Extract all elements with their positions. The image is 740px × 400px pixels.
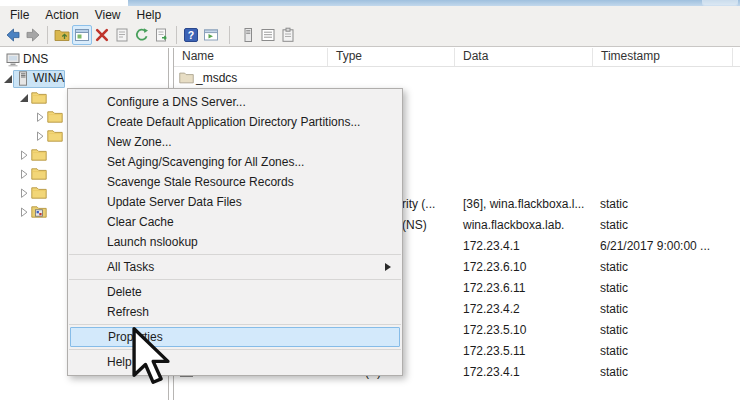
- cell-data: 172.23.4.1: [463, 365, 520, 379]
- cell-data: 172.23.5.10: [463, 323, 526, 337]
- context-menu-item-clear-cache[interactable]: Clear Cache: [70, 212, 400, 232]
- folder-icon: [31, 90, 47, 105]
- context-menu-item-delete[interactable]: Delete: [70, 282, 400, 302]
- context-menu-item-all-tasks[interactable]: All Tasks: [70, 257, 400, 277]
- menubar-item-file[interactable]: File: [2, 7, 37, 23]
- cell-data: 172.23.5.11: [463, 344, 526, 358]
- properties-icon[interactable]: [112, 25, 132, 45]
- expand-arrow-icon[interactable]: [19, 168, 29, 178]
- context-menu-item-launch-nslookup[interactable]: Launch nslookup: [70, 232, 400, 252]
- cell-timestamp: static: [600, 260, 628, 274]
- context-menu-item-scavenge-stale-resource-records[interactable]: Scavenge Stale Resource Records: [70, 172, 400, 192]
- tree-item-label: DNS: [23, 52, 48, 66]
- menubar-item-help[interactable]: Help: [129, 7, 170, 23]
- toolbar-separator: [176, 26, 177, 44]
- clipboard-icon[interactable]: [278, 25, 298, 45]
- expand-arrow-icon[interactable]: [19, 206, 29, 216]
- folder-dim-icon: [179, 71, 194, 84]
- list-icon[interactable]: [258, 25, 278, 45]
- expand-arrow-icon[interactable]: [19, 187, 29, 197]
- context-menu-item-refresh[interactable]: Refresh: [70, 302, 400, 322]
- context-menu-item-update-server-data-files[interactable]: Update Server Data Files: [70, 192, 400, 212]
- context-menu-separator: [69, 279, 401, 280]
- context-menu-separator: [69, 254, 401, 255]
- menubar: FileActionViewHelp: [0, 6, 740, 23]
- context-menu-item-set-aging-scavenging-for-all-zones[interactable]: Set Aging/Scavenging for All Zones...: [70, 152, 400, 172]
- back-arrow-icon[interactable]: [3, 25, 23, 45]
- cell-timestamp: static: [600, 302, 628, 316]
- menubar-item-action[interactable]: Action: [37, 7, 86, 23]
- context-menu-item-new-zone[interactable]: New Zone...: [70, 132, 400, 152]
- column-header-type[interactable]: Type: [328, 48, 455, 66]
- folder-special-icon: [31, 204, 47, 219]
- cell-timestamp: static: [600, 344, 628, 358]
- console-window-icon[interactable]: [72, 25, 92, 45]
- context-menu-separator: [69, 349, 401, 350]
- context-menu-item-create-default-application-directory-partitions[interactable]: Create Default Application Directory Par…: [70, 112, 400, 132]
- refresh-icon[interactable]: [132, 25, 152, 45]
- cell-timestamp: 6/21/2017 9:00:00 ...: [600, 239, 710, 253]
- expand-arrow-icon[interactable]: [35, 111, 45, 121]
- context-menu-separator: [69, 324, 401, 325]
- folder-icon: [31, 166, 47, 181]
- svg-text:?: ?: [188, 29, 194, 41]
- cell-name: _msdcs: [196, 71, 237, 85]
- cell-data: 172.23.4.2: [463, 302, 520, 316]
- cell-data: 172.23.6.10: [463, 260, 526, 274]
- cell-type_fragment: rity (...: [402, 197, 435, 211]
- cell-timestamp: static: [600, 197, 628, 211]
- column-header-data[interactable]: Data: [455, 48, 593, 66]
- cell-data: [36], wina.flackboxa.l...: [463, 197, 584, 211]
- folder-icon: [47, 128, 63, 143]
- cell-data: 172.23.4.1: [463, 239, 520, 253]
- up-one-level-icon[interactable]: [52, 25, 72, 45]
- context-menu-item-properties[interactable]: Properties: [70, 327, 400, 347]
- cell-data: wina.flackboxa.lab.: [463, 218, 564, 232]
- list-header: Name Type Data Timestamp: [174, 48, 740, 67]
- dns-root-icon: [5, 52, 21, 67]
- cell-type_fragment: (NS): [402, 218, 427, 232]
- submenu-arrow-icon: [385, 263, 391, 271]
- folder-icon: [31, 185, 47, 200]
- column-header-name[interactable]: Name: [174, 48, 328, 66]
- toolbar-separator: [47, 26, 48, 44]
- cell-timestamp: static: [600, 323, 628, 337]
- forward-arrow-icon[interactable]: [23, 25, 43, 45]
- cell-timestamp: static: [600, 281, 628, 295]
- collapse-arrow-icon[interactable]: [3, 73, 13, 83]
- expand-arrow-icon[interactable]: [19, 149, 29, 159]
- help-icon[interactable]: ?: [181, 25, 201, 45]
- tree-item-wina[interactable]: WINA: [0, 69, 168, 88]
- cell-data: 172.23.6.11: [463, 281, 526, 295]
- expand-arrow-icon[interactable]: [35, 130, 45, 140]
- tree-item-label: WINA: [33, 71, 64, 85]
- tree-item-dns[interactable]: DNS: [0, 50, 168, 69]
- folder-icon: [31, 147, 47, 162]
- delete-icon[interactable]: [92, 25, 112, 45]
- toolbar-separator: [229, 26, 230, 44]
- context-menu-item-configure-a-dns-server[interactable]: Configure a DNS Server...: [70, 92, 400, 112]
- export-list-icon[interactable]: [152, 25, 172, 45]
- menubar-item-view[interactable]: View: [87, 7, 129, 23]
- record-row-msdcs[interactable]: _msdcs: [174, 68, 740, 89]
- server-icon: [15, 71, 31, 86]
- cell-timestamp: static: [600, 365, 628, 379]
- cell-timestamp: static: [600, 218, 628, 232]
- context-menu-item-help[interactable]: Help: [70, 352, 400, 372]
- context-menu: Configure a DNS Server...Create Default …: [67, 88, 403, 376]
- column-header-timestamp[interactable]: Timestamp: [593, 48, 733, 66]
- new-window-icon[interactable]: [201, 25, 221, 45]
- collapse-arrow-icon[interactable]: [19, 92, 29, 102]
- server-icon[interactable]: [238, 25, 258, 45]
- toolbar: ?: [0, 23, 740, 47]
- dns-manager-window: FileActionViewHelp ? DNSWINA Name Type D…: [0, 0, 740, 400]
- folder-icon: [47, 109, 63, 124]
